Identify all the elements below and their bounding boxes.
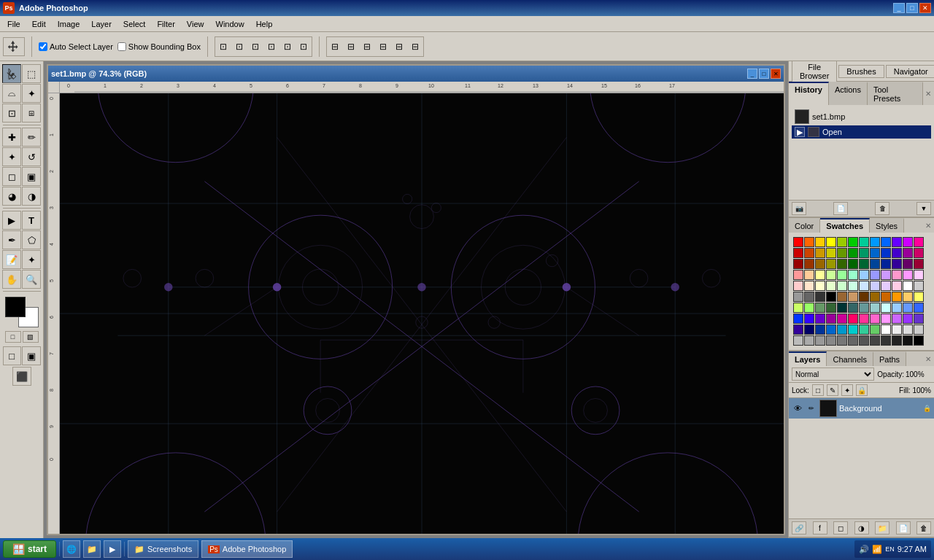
swatch-item[interactable]	[881, 292, 891, 302]
swatch-item[interactable]	[870, 292, 880, 302]
fullscreen-menu-btn[interactable]: ▣	[22, 346, 41, 365]
swatch-item[interactable]	[848, 237, 858, 247]
swatch-item[interactable]	[837, 303, 847, 313]
swatch-item[interactable]	[859, 248, 869, 258]
swatch-item[interactable]	[892, 259, 902, 269]
swatch-item[interactable]	[881, 259, 891, 269]
swatch-item[interactable]	[804, 259, 814, 269]
maximize-button[interactable]: □	[906, 3, 918, 13]
dist-top-icon[interactable]: ⊟	[375, 37, 391, 56]
swatch-item[interactable]	[804, 292, 814, 302]
swatch-item[interactable]	[815, 248, 825, 258]
move-tool[interactable]	[2, 64, 21, 83]
swatch-item[interactable]	[892, 281, 902, 291]
swatch-item[interactable]	[870, 303, 880, 313]
swatch-item[interactable]	[914, 335, 924, 346]
custom-shape-tool[interactable]: ⬠	[22, 230, 41, 249]
history-delete-btn[interactable]: 🗑	[875, 202, 889, 215]
swatch-item[interactable]	[881, 314, 891, 324]
swatch-item[interactable]	[837, 248, 847, 258]
standard-screen-btn[interactable]: □	[3, 346, 22, 365]
swatch-item[interactable]	[826, 270, 836, 280]
swatch-item[interactable]	[815, 335, 825, 346]
swatch-item[interactable]	[793, 237, 803, 247]
swatch-item[interactable]	[881, 281, 891, 291]
swatch-item[interactable]	[881, 324, 891, 335]
crop-tool[interactable]: ⊡	[2, 104, 21, 122]
menu-image[interactable]: Image	[52, 18, 86, 30]
swatch-item[interactable]	[848, 248, 858, 258]
swatch-item[interactable]	[859, 292, 869, 302]
lock-all-btn[interactable]: 🔒	[856, 384, 868, 396]
menu-view[interactable]: View	[181, 18, 210, 30]
align-bottom-icon[interactable]: ⊡	[296, 37, 312, 56]
tab-actions[interactable]: Actions	[829, 82, 868, 105]
swatch-item[interactable]	[914, 259, 924, 269]
history-panel-close[interactable]: ✕	[923, 82, 934, 105]
doc-maximize-btn[interactable]: □	[759, 69, 769, 79]
swatch-item[interactable]	[881, 237, 891, 247]
swatch-item[interactable]	[815, 303, 825, 313]
menu-select[interactable]: Select	[117, 18, 152, 30]
swatch-item[interactable]	[848, 335, 858, 346]
lock-position-btn[interactable]: ✦	[841, 384, 853, 396]
swatch-item[interactable]	[892, 324, 902, 335]
standard-mode-btn[interactable]: □	[5, 331, 21, 343]
swatch-item[interactable]	[892, 237, 902, 247]
swatch-item[interactable]	[914, 237, 924, 247]
swatch-item[interactable]	[826, 335, 836, 346]
layer-effects-btn[interactable]: f	[813, 521, 827, 534]
swatch-item[interactable]	[793, 259, 803, 269]
swatch-item[interactable]	[914, 303, 924, 313]
dist-right-icon[interactable]: ⊟	[359, 37, 375, 56]
slice-tool[interactable]: ⧆	[22, 104, 41, 122]
history-brush-tool[interactable]: ↺	[22, 147, 41, 166]
selection-tool[interactable]: ⬚	[22, 64, 41, 83]
swatch-item[interactable]	[848, 270, 858, 280]
align-left-icon[interactable]: ⊡	[215, 37, 231, 56]
new-group-btn[interactable]: 📁	[875, 521, 889, 534]
canvas[interactable]: .geo-line { stroke: #6644aa; stroke-widt…	[60, 93, 784, 534]
tab-paths[interactable]: Paths	[873, 351, 906, 366]
menu-edit[interactable]: Edit	[26, 18, 52, 30]
dist-middle-icon[interactable]: ⊟	[391, 37, 407, 56]
minimize-button[interactable]: _	[893, 3, 905, 13]
swatch-item[interactable]	[870, 237, 880, 247]
swatch-item[interactable]	[804, 335, 814, 346]
navigator-btn[interactable]: Navigator	[886, 65, 934, 78]
swatch-item[interactable]	[892, 270, 902, 280]
swatch-item[interactable]	[903, 324, 913, 335]
tab-styles[interactable]: Styles	[870, 218, 904, 233]
swatch-item[interactable]	[848, 324, 858, 335]
eraser-tool[interactable]: ◻	[2, 167, 21, 186]
swatch-item[interactable]	[826, 237, 836, 247]
swatch-item[interactable]	[870, 248, 880, 258]
swatch-item[interactable]	[903, 314, 913, 324]
menu-layer[interactable]: Layer	[85, 18, 117, 30]
swatch-item[interactable]	[914, 324, 924, 335]
zoom-tool[interactable]: 🔍	[22, 270, 41, 289]
swatch-item[interactable]	[826, 314, 836, 324]
swatch-item[interactable]	[793, 324, 803, 335]
swatch-item[interactable]	[870, 335, 880, 346]
taskbar-media-icon[interactable]: ▶	[104, 540, 121, 558]
history-new-doc-btn[interactable]: 📄	[833, 202, 848, 215]
layer-visibility-btn[interactable]: 👁	[792, 402, 803, 414]
dist-center-icon[interactable]: ⊟	[343, 37, 359, 56]
tab-color[interactable]: Color	[789, 218, 820, 233]
swatch-item[interactable]	[837, 270, 847, 280]
magic-wand-tool[interactable]: ✦	[22, 84, 41, 103]
swatch-item[interactable]	[815, 270, 825, 280]
swatch-item[interactable]	[859, 281, 869, 291]
swatch-item[interactable]	[881, 335, 891, 346]
doc-close-btn[interactable]: ✕	[771, 69, 781, 79]
lock-transparency-btn[interactable]: □	[812, 384, 824, 396]
taskbar-screenshots-item[interactable]: 📁 Screenshots	[128, 540, 198, 558]
quickmask-mode-btn[interactable]: ▧	[23, 331, 39, 343]
brushes-btn[interactable]: Brushes	[838, 65, 884, 78]
start-button[interactable]: 🪟 start	[3, 540, 56, 558]
swatch-item[interactable]	[859, 324, 869, 335]
blend-mode-select[interactable]: Normal Multiply Screen Overlay	[792, 368, 874, 381]
taskbar-photoshop-item[interactable]: Ps Adobe Photoshop	[201, 540, 293, 558]
swatch-item[interactable]	[914, 248, 924, 258]
